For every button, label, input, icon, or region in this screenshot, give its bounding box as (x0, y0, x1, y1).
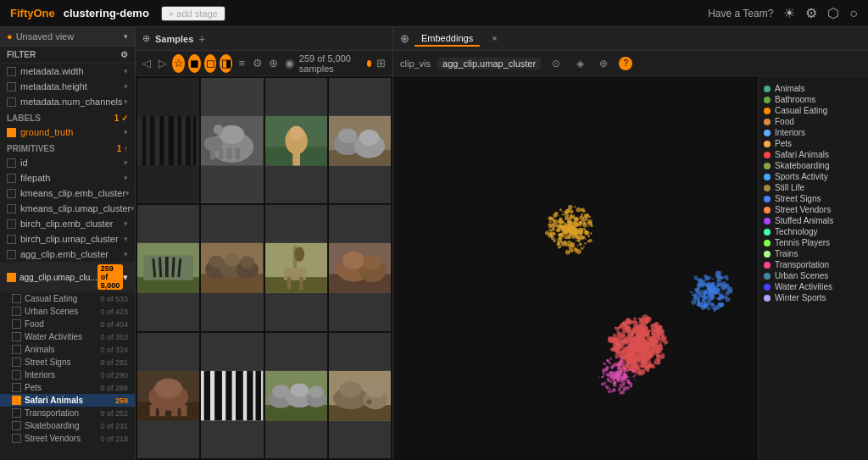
scatter-plot-area[interactable] (393, 76, 758, 460)
legend-item-water-activities[interactable]: Water Activities (764, 281, 863, 292)
sample-cell-2[interactable] (265, 78, 327, 203)
checkbox-metadata-height[interactable] (7, 82, 16, 91)
cluster-item-pets[interactable]: Pets 0 of 266 (0, 381, 135, 394)
legend-item-casual-eating[interactable]: Casual Eating (764, 105, 863, 116)
sidebar-toggle-icon[interactable]: ◨ (220, 54, 232, 73)
svg-rect-64 (171, 406, 177, 416)
tag-icon[interactable]: ☆ (172, 54, 185, 73)
sidebar-item-ground-truth[interactable]: ground_truth ▾ (0, 125, 135, 140)
legend-item-street-signs[interactable]: Street Signs (764, 193, 863, 204)
sidebar-item-birch-emb[interactable]: birch_clip.emb_cluster ▾ (0, 216, 135, 231)
cluster-item-transportation[interactable]: Transportation 0 of 252 (0, 407, 135, 419)
legend-dot (764, 240, 771, 247)
cluster-selector[interactable]: agg_clip.umap_cluster (437, 58, 541, 69)
cluster-item-casual-eating[interactable]: Casual Eating 0 of 533 (0, 292, 135, 305)
sample-cell-5[interactable] (201, 205, 263, 330)
cluster-item-skateboarding[interactable]: Skateboarding 0 of 231 (0, 419, 135, 432)
github-icon[interactable]: ⬡ (827, 5, 839, 21)
cluster-group-header[interactable]: agg_clip.umap_clu... 259 of 5,000 ▾ (0, 262, 135, 292)
sample-cell-7[interactable] (329, 205, 391, 330)
samples-panel: ⊕ Samples + ◁ ▷ ☆ ◼ ◻ ◨ ≡ ⚙ ⊕ ◉ 259 of 5… (136, 27, 393, 460)
sample-cell-0[interactable] (137, 78, 199, 203)
sidebar-item-kmeans-emb[interactable]: kmeans_clip.emb_cluster ▾ (0, 186, 135, 201)
cluster-item-animals[interactable]: Animals 0 of 324 (0, 343, 135, 356)
filter-settings-icon[interactable]: ⚙ (120, 50, 128, 59)
sample-cell-10[interactable] (265, 333, 327, 458)
filter-item-metadata-width[interactable]: metadata.width ▾ (0, 64, 135, 79)
legend-item-trains[interactable]: Trains (764, 248, 863, 259)
sample-cell-3[interactable] (329, 78, 391, 203)
filter-item-metadata-channels[interactable]: metadata.num_channels ▾ (0, 94, 135, 109)
legend-item-transportation[interactable]: Transportation (764, 259, 863, 270)
cluster-item-urban-scenes[interactable]: Urban Scenes 0 of 423 (0, 305, 135, 318)
unsaved-view[interactable]: ● Unsaved view ▾ (0, 27, 135, 47)
zoom-icon[interactable]: ⊕ (595, 55, 612, 72)
cluster-item-street-signs[interactable]: Street Signs 0 of 291 (0, 356, 135, 369)
legend-item-stuffed-animals[interactable]: Stuffed Animals (764, 215, 863, 226)
filter-item-metadata-height[interactable]: metadata.height ▾ (0, 79, 135, 94)
color-icon[interactable]: ◈ (571, 55, 588, 72)
settings-icon[interactable]: ⚙ (805, 5, 817, 21)
sample-cell-4[interactable] (137, 205, 199, 330)
checkbox-agg-umap[interactable] (7, 273, 16, 282)
sample-cell-1[interactable] (201, 78, 263, 203)
nav-forward-icon[interactable]: ▷ (157, 54, 170, 73)
legend-item-urban-scenes[interactable]: Urban Scenes (764, 270, 863, 281)
sidebar-item-filepath[interactable]: filepath ▾ (0, 170, 135, 186)
cluster-item-safari-animals[interactable]: Safari Animals 259 (0, 394, 135, 407)
legend-item-sports-activity[interactable]: Sports Activity (764, 171, 863, 182)
legend-item-still-life[interactable]: Still Life (764, 182, 863, 193)
legend-item-street-vendors[interactable]: Street Vendors (764, 204, 863, 215)
filter-header: FILTER ⚙ (0, 47, 135, 64)
legend-item-winter-sports[interactable]: Winter Sports (764, 292, 863, 303)
lasso-icon[interactable]: ⊙ (548, 55, 565, 72)
svg-rect-22 (292, 150, 300, 165)
cluster-item-street-vendors[interactable]: Street Vendors 0 of 218 (0, 432, 135, 445)
checkbox-metadata-width[interactable] (7, 67, 16, 76)
legend-item-food[interactable]: Food (764, 116, 863, 127)
checkbox-ground-truth[interactable] (7, 128, 16, 137)
sidebar-item-birch-umap[interactable]: birch_clip.umap_cluster ▾ (0, 231, 135, 247)
list-view-icon[interactable]: ≡ (236, 54, 248, 73)
samples-add-button[interactable]: + (198, 32, 205, 46)
help-icon[interactable]: ? (619, 57, 632, 70)
sample-cell-11[interactable] (329, 333, 391, 458)
view-toggle-icon[interactable]: ⊞ (375, 54, 387, 73)
nav-back-icon[interactable]: ◁ (141, 54, 153, 73)
sidebar-item-agg-emb[interactable]: agg_clip.emb_cluster ▾ (0, 247, 135, 262)
filter-icon[interactable]: ◼ (188, 54, 201, 73)
topbar: FiftyOne clustering-demo + add stage Hav… (0, 0, 868, 27)
sidebar-item-kmeans-umap[interactable]: kmeans_clip.umap_cluster ▾ (0, 201, 135, 216)
sidebar-item-id[interactable]: id ▾ (0, 155, 135, 170)
legend-item-animals[interactable]: Animals (764, 83, 863, 94)
cluster-item-food[interactable]: Food 0 of 404 (0, 318, 135, 330)
legend-item-safari-animals[interactable]: Safari Animals (764, 149, 863, 160)
embeddings-tab[interactable]: Embeddings (415, 31, 480, 47)
sample-cell-9[interactable] (201, 333, 263, 458)
sample-cell-6[interactable] (265, 205, 327, 330)
sidebar: ● Unsaved view ▾ FILTER ⚙ metadata.width… (0, 27, 136, 460)
add-stage-button[interactable]: + add stage (161, 6, 225, 21)
main-layout: ● Unsaved view ▾ FILTER ⚙ metadata.width… (0, 27, 868, 460)
legend-item-technology[interactable]: Technology (764, 226, 863, 237)
unsaved-view-label: Unsaved view (16, 31, 74, 42)
checkbox-metadata-channels[interactable] (7, 97, 16, 107)
embeddings-close-btn[interactable]: × (485, 31, 504, 47)
square-icon[interactable]: ◻ (204, 54, 217, 73)
legend-item-bathrooms[interactable]: Bathrooms (764, 94, 863, 105)
svg-point-79 (272, 385, 290, 398)
grid-view-icon[interactable]: ◉ (283, 54, 296, 73)
svg-rect-7 (186, 116, 191, 166)
legend-item-pets[interactable]: Pets (764, 138, 863, 149)
legend-item-interiors[interactable]: Interiors (764, 127, 863, 138)
cluster-item-interiors[interactable]: Interiors 0 of 290 (0, 369, 135, 381)
cluster-item-water-activities[interactable]: Water Activities 0 of 353 (0, 330, 135, 343)
legend-dot (764, 152, 771, 158)
legend-item-tennis-players[interactable]: Tennis Players (764, 237, 863, 248)
user-icon[interactable]: ○ (849, 6, 858, 21)
label-icon[interactable]: ⊕ (267, 54, 280, 73)
grid-settings-icon[interactable]: ⚙ (252, 54, 264, 73)
legend-item-skateboarding[interactable]: Skateboarding (764, 160, 863, 171)
theme-icon[interactable]: ☀ (783, 5, 795, 21)
sample-cell-8[interactable] (137, 333, 199, 458)
